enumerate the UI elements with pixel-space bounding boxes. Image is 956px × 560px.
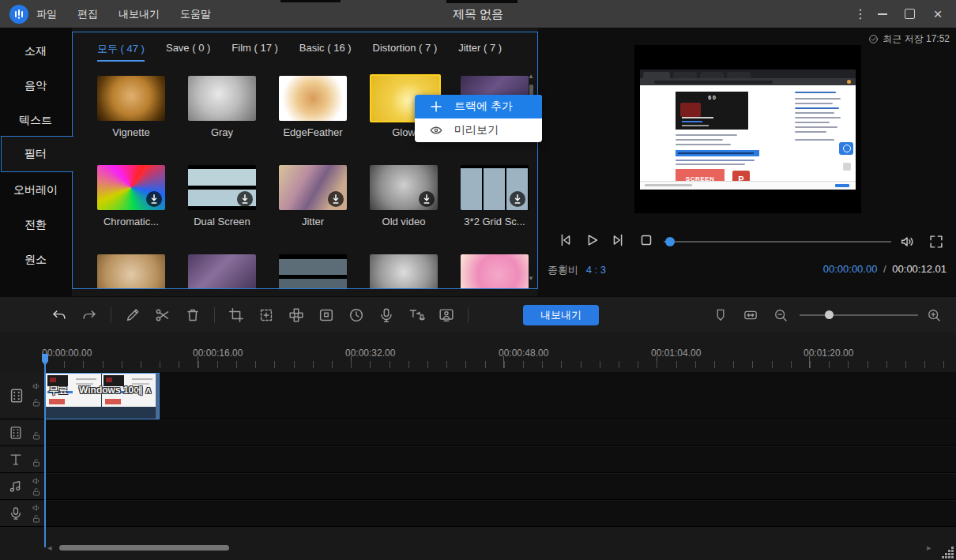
- filter-thumb[interactable]: [97, 254, 165, 289]
- filter-thumb-vignette[interactable]: [97, 76, 165, 121]
- clip-trim-handle[interactable]: [156, 374, 159, 419]
- panel-scroll-down-icon[interactable]: ▼: [528, 276, 534, 282]
- download-icon[interactable]: [419, 191, 435, 207]
- text-track-icon: [8, 452, 24, 468]
- seek-slider-track[interactable]: [664, 241, 891, 242]
- tab-all[interactable]: 모두 ( 47 ): [97, 42, 145, 62]
- seek-slider-handle[interactable]: [665, 237, 675, 246]
- mosaic-icon[interactable]: [288, 306, 305, 324]
- maximize-button[interactable]: [898, 0, 921, 19]
- split-scissors-icon[interactable]: [154, 306, 171, 324]
- duration-clock-icon[interactable]: [348, 306, 365, 324]
- timeline-clip[interactable]: 무료 Windows 10에 ʌ: [45, 373, 160, 419]
- sidebar-item-transition[interactable]: 전환: [0, 215, 71, 234]
- context-preview[interactable]: 미리보기: [415, 118, 542, 142]
- undo-icon[interactable]: [51, 306, 68, 324]
- voiceover-track-lane[interactable]: [45, 501, 956, 527]
- portrait-matting-icon[interactable]: [438, 306, 455, 324]
- sidebar-item-overlay[interactable]: 오버레이: [0, 180, 71, 199]
- track-lock-icon[interactable]: [32, 431, 41, 441]
- hscroll-left-icon[interactable]: ◂: [47, 543, 52, 553]
- download-icon[interactable]: [510, 191, 525, 207]
- music-track-header[interactable]: [0, 474, 45, 500]
- filter-thumb-gray[interactable]: [188, 76, 256, 121]
- panel-scroll-up-icon[interactable]: ▲: [528, 73, 534, 80]
- filter-thumb-chromatic[interactable]: [97, 165, 165, 210]
- crop-icon[interactable]: [228, 306, 245, 324]
- text-to-speech-icon[interactable]: [408, 306, 425, 324]
- tab-film[interactable]: Film ( 17 ): [231, 42, 278, 62]
- minimize-button[interactable]: [871, 0, 894, 15]
- fullscreen-icon[interactable]: [928, 233, 945, 250]
- sidebar-item-media[interactable]: 소재: [0, 41, 71, 60]
- video-track-header[interactable]: [0, 372, 45, 419]
- tab-distortion[interactable]: Distortion ( 7 ): [373, 42, 438, 62]
- text-track-lane[interactable]: [45, 447, 956, 473]
- fit-timeline-icon[interactable]: [743, 307, 758, 323]
- volume-icon[interactable]: [899, 233, 916, 250]
- export-button[interactable]: 내보내기: [523, 305, 599, 325]
- zoom-out-icon[interactable]: [773, 307, 789, 323]
- zoom-in-icon[interactable]: [926, 307, 942, 323]
- voiceover-mic-icon[interactable]: [378, 306, 395, 324]
- context-add-to-track[interactable]: 트랙에 추가: [415, 95, 542, 118]
- marker-icon[interactable]: [713, 307, 728, 323]
- freeze-frame-icon[interactable]: [318, 306, 335, 324]
- download-icon[interactable]: [146, 191, 162, 207]
- window-resize-grip[interactable]: [942, 547, 954, 558]
- filter-thumb[interactable]: [188, 254, 256, 289]
- download-icon[interactable]: [237, 191, 253, 207]
- video-track-header[interactable]: [0, 420, 45, 446]
- previous-frame-button[interactable]: [557, 231, 574, 249]
- next-frame-button[interactable]: [609, 231, 627, 249]
- tab-save[interactable]: Save ( 0 ): [166, 42, 210, 62]
- download-icon[interactable]: [328, 191, 344, 207]
- track-lock-icon[interactable]: [32, 398, 41, 408]
- track-lock-icon[interactable]: [32, 458, 41, 468]
- filter-thumb-oldvideo[interactable]: [370, 165, 438, 210]
- track-mute-icon[interactable]: [32, 381, 41, 391]
- filter-thumb-edgefeather[interactable]: [279, 76, 347, 121]
- tab-basic[interactable]: Basic ( 16 ): [299, 42, 352, 62]
- edit-toolbar: 내보내기: [0, 296, 956, 333]
- video-track-lane[interactable]: [45, 420, 956, 446]
- filter-thumb-jitter[interactable]: [279, 165, 347, 210]
- autosave-status: 최근 저장 17:52: [883, 32, 950, 46]
- track-lock-icon[interactable]: [32, 514, 41, 524]
- hscroll-thumb[interactable]: [59, 545, 229, 551]
- text-track-header[interactable]: [0, 447, 45, 473]
- edit-pencil-icon[interactable]: [124, 306, 141, 324]
- filter-thumb-grid[interactable]: [461, 165, 529, 210]
- top-edge-artifact: [280, 0, 341, 2]
- delete-trash-icon[interactable]: [184, 306, 201, 324]
- aspect-ratio-value[interactable]: 4 : 3: [586, 264, 606, 276]
- music-track-lane[interactable]: [45, 474, 956, 500]
- hscroll-right-icon[interactable]: ▸: [927, 543, 932, 553]
- clip-title-text: 무료: [49, 384, 68, 397]
- ruler-minor-ticks[interactable]: [45, 361, 956, 368]
- sidebar-item-music[interactable]: 음악: [0, 76, 71, 95]
- timeline-zoom-slider-handle[interactable]: [825, 310, 834, 319]
- filter-thumb[interactable]: [370, 254, 438, 289]
- sidebar-item-filter[interactable]: 필터: [0, 144, 71, 163]
- playhead-line[interactable]: [44, 354, 46, 547]
- track-lock-icon[interactable]: [32, 487, 41, 497]
- sidebar-item-element[interactable]: 원소: [0, 250, 71, 269]
- track-mute-icon[interactable]: [32, 503, 41, 513]
- filter-thumb[interactable]: [461, 254, 529, 289]
- voiceover-track-header[interactable]: [0, 501, 45, 527]
- sidebar-item-text[interactable]: 텍스트: [0, 111, 71, 130]
- close-button[interactable]: ×: [926, 0, 950, 28]
- filter-name: 3*2 Grid Sc...: [461, 216, 529, 227]
- redo-icon[interactable]: [81, 306, 98, 324]
- video-track-lane[interactable]: [45, 372, 956, 419]
- stop-button[interactable]: [638, 231, 655, 249]
- filter-thumb-dualscreen[interactable]: [188, 165, 256, 210]
- kebab-menu-icon[interactable]: ⋮: [849, 0, 872, 28]
- track-mute-icon[interactable]: [32, 476, 41, 486]
- tab-jitter[interactable]: Jitter ( 7 ): [458, 42, 502, 62]
- filter-thumb[interactable]: [279, 254, 347, 289]
- zoom-region-icon[interactable]: [258, 306, 275, 324]
- timeline-zoom-slider-track[interactable]: [800, 314, 918, 316]
- play-button[interactable]: [583, 231, 600, 249]
